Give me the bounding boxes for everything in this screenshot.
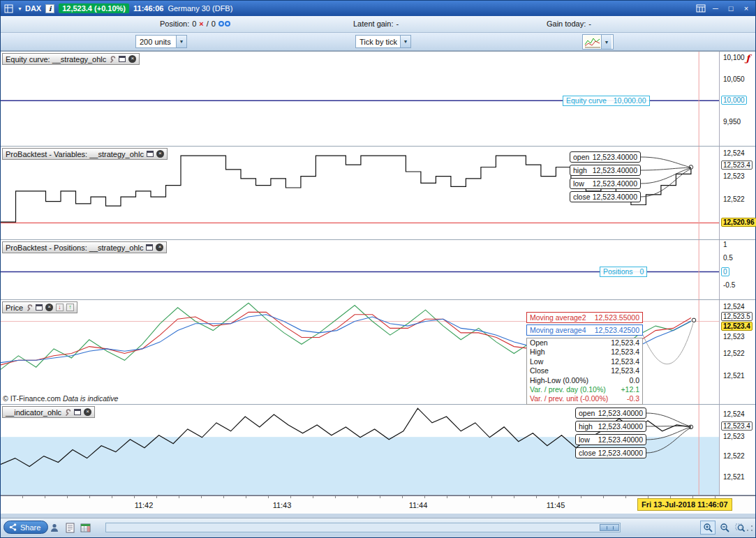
time-axis-ticks	[1, 496, 719, 498]
ohlc-key: low	[579, 435, 590, 444]
axis-equity: 10,100 10,050 10,000 9,950	[719, 52, 756, 146]
positions-name: Positions	[603, 267, 633, 276]
titlebar: ▼ DAX i 12,523.4 (+0.10%) 11:46:06 Germa…	[1, 1, 755, 16]
position-value: 0	[192, 20, 196, 28]
close-panel-icon[interactable]: ×	[45, 304, 53, 311]
info-row-high: High12,523.4	[527, 348, 642, 357]
info-value: -0.3	[627, 394, 639, 403]
close-panel-icon[interactable]: ×	[84, 408, 91, 416]
info-value: +12.1	[621, 385, 639, 394]
timeframe-select[interactable]: Tick by tick ▼	[355, 35, 411, 48]
zoom-out-button[interactable]	[717, 521, 732, 535]
account-icon[interactable]	[48, 521, 61, 534]
copyright-text: © IT-Finance.com	[3, 394, 61, 403]
move-up-icon[interactable]: ↑	[66, 304, 74, 311]
axis-label: 12,522	[723, 452, 745, 460]
detach-window-icon[interactable]	[147, 151, 154, 157]
info-value: 12,523.4	[611, 357, 639, 366]
axis-badge: 12,523.4	[721, 160, 753, 170]
info-value: 12,523.4	[611, 348, 639, 357]
axis-label: 1	[723, 241, 727, 248]
info-value: 0.0	[629, 376, 639, 385]
panel-header-positions: ProBacktest - Positions: __strategy_ohlc…	[2, 241, 167, 253]
last-price-badge: 12,520.96	[721, 218, 756, 227]
panel-title: Price	[6, 304, 23, 312]
info-label: Low	[530, 357, 543, 366]
ohlc-high-label: high12,523.40000	[570, 165, 641, 176]
gain-today-group: Gain today: -	[547, 20, 591, 28]
orders-table-icon[interactable]	[79, 521, 91, 534]
panel-header-indicator: __indicator_ohlc ×	[2, 406, 95, 418]
detach-window-icon[interactable]	[74, 409, 81, 415]
close-position-icon[interactable]: ×	[199, 20, 203, 28]
maximize-button[interactable]: □	[725, 4, 736, 13]
wrench-icon[interactable]	[26, 304, 33, 311]
caret-down-icon[interactable]: ▼	[400, 36, 410, 47]
share-button[interactable]: Share	[3, 521, 48, 534]
ohlc-key: low	[573, 179, 584, 188]
layout-grid-icon[interactable]	[696, 4, 706, 13]
info-icon[interactable]: i	[45, 4, 54, 13]
axis-badge: 12,523.4	[721, 421, 753, 431]
time-axis: 11:42 11:43 11:44 11:45 Fri 13-Jul-2018 …	[1, 495, 755, 514]
ohlc-value: 12,523.40000	[593, 152, 637, 162]
ohlc-low-label: low12,523.40000	[570, 178, 641, 189]
equity-curve-value: 10,000.00	[614, 96, 646, 105]
ohlc-open-label: open12,523.40000	[570, 151, 641, 163]
position-group: Position: 0 × / 0	[160, 20, 230, 28]
close-button[interactable]: ×	[741, 4, 752, 13]
price-info-box: Open12,523.4 High12,523.4 Low12,523.4 Cl…	[526, 338, 643, 405]
ohlc-key: close	[573, 192, 591, 202]
caret-down-icon[interactable]: ▼	[176, 36, 186, 47]
ohlc-value: 12,523.40000	[593, 165, 637, 175]
orders-icon[interactable]	[218, 21, 230, 27]
report-icon[interactable]	[64, 521, 76, 534]
share-label: Share	[20, 523, 40, 532]
close-panel-icon[interactable]: ×	[156, 150, 164, 158]
ohlc-value: 12,523.40000	[593, 192, 637, 202]
app-icon[interactable]	[4, 4, 13, 13]
units-select[interactable]: 200 units ▼	[135, 35, 187, 48]
scrollbar-thumb[interactable]	[600, 524, 619, 531]
latent-gain-value: -	[396, 20, 399, 28]
detach-window-icon[interactable]	[36, 304, 43, 311]
gain-today-value: -	[588, 20, 591, 28]
axis-positions: 1 0.5 0 -0.5	[719, 240, 756, 299]
axis-label: 10,050	[723, 75, 745, 83]
close-panel-icon[interactable]: ×	[128, 55, 136, 63]
close-panel-icon[interactable]: ×	[156, 244, 163, 251]
caret-down-icon[interactable]: ▼	[601, 35, 612, 49]
axis-label: 12,522	[723, 350, 745, 357]
wrench-icon[interactable]	[109, 56, 116, 63]
axis-label: 9,950	[723, 118, 741, 126]
position-separator: /	[207, 20, 209, 28]
wrench-icon[interactable]	[64, 409, 71, 416]
info-row-open: Open12,523.4	[527, 338, 642, 348]
last-price-badge: 12,523.4	[721, 322, 753, 331]
zoom-in-button[interactable]	[700, 521, 716, 535]
ohlc-close-label: close12,523.40000	[575, 447, 646, 458]
timeframe-select-value: Tick by tick	[360, 38, 397, 46]
ohlc-high-label: high12,523.40000	[575, 421, 646, 432]
function-icon[interactable]: ƒ	[746, 53, 750, 63]
axis-label: 12,522	[723, 195, 745, 203]
axis-label: 12,521	[723, 473, 745, 481]
panel-price: Price × ↓ ↑ Moving average2 12,523.55000…	[1, 300, 755, 405]
latent-gain-label: Latent gain:	[353, 20, 394, 28]
move-down-icon[interactable]: ↓	[56, 304, 64, 311]
info-label: Var. / prev. day (0.10%)	[530, 385, 606, 394]
ohlc-key: high	[573, 165, 587, 175]
share-icon	[9, 523, 17, 531]
ohlc-key: high	[579, 421, 593, 431]
axis-label: -0.5	[723, 281, 735, 289]
symbol-dropdown-caret-icon[interactable]: ▼	[17, 6, 22, 11]
chart-type-button[interactable]: ▼	[582, 34, 614, 50]
minimize-button[interactable]: ─	[710, 4, 721, 13]
detach-window-icon[interactable]	[146, 244, 153, 251]
resize-grip-icon[interactable]	[746, 524, 754, 532]
info-value: 12,523.4	[611, 338, 639, 348]
horizontal-scrollbar[interactable]	[105, 523, 621, 532]
detach-window-icon[interactable]	[119, 56, 126, 62]
info-value: 12,523.4	[611, 366, 639, 375]
axis-label: 12,523	[723, 172, 745, 180]
